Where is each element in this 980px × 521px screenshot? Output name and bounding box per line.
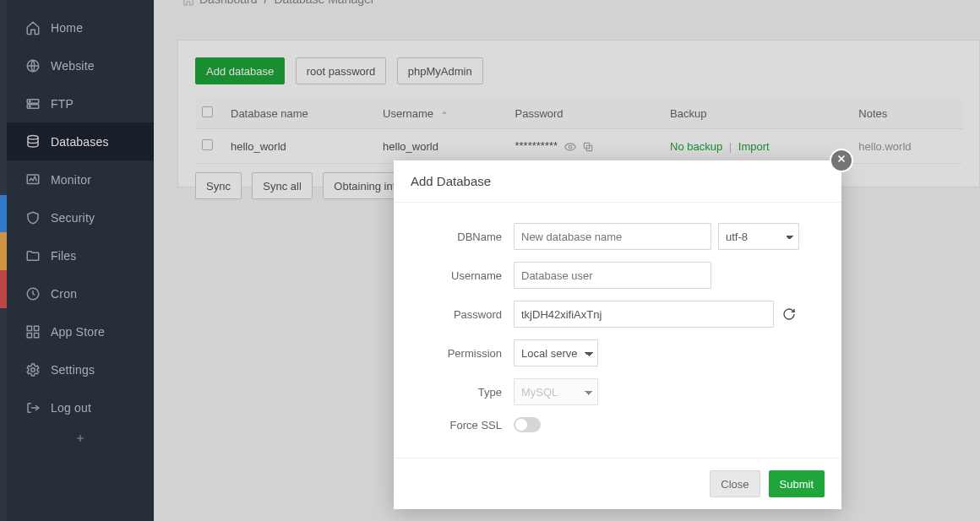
close-icon <box>836 153 847 168</box>
row-password: Password <box>424 301 811 328</box>
label-type: Type <box>424 386 502 399</box>
password-input[interactable] <box>514 301 774 328</box>
label-force-ssl: Force SSL <box>424 419 502 431</box>
force-ssl-toggle[interactable] <box>514 417 541 432</box>
label-username: Username <box>424 269 502 282</box>
modal-body: DBName utf-8 Username Password <box>394 203 841 458</box>
dbname-input[interactable] <box>514 223 711 250</box>
modal-submit-button[interactable]: Submit <box>769 470 825 497</box>
toggle-knob <box>515 419 527 431</box>
modal-footer: Close Submit <box>394 458 841 509</box>
modal-close-button-footer[interactable]: Close <box>710 470 760 497</box>
row-username: Username <box>424 262 811 289</box>
username-input[interactable] <box>514 262 711 289</box>
regenerate-password-icon[interactable] <box>782 307 796 321</box>
charset-select[interactable]: utf-8 <box>718 223 799 250</box>
add-database-modal: Add Database DBName utf-8 Username Passw… <box>394 160 841 509</box>
type-select: MySQL <box>514 378 598 405</box>
label-permission: Permission <box>424 347 502 360</box>
permission-select[interactable]: Local server <box>514 339 598 366</box>
row-dbname: DBName utf-8 <box>424 223 811 250</box>
modal-title: Add Database <box>394 160 841 203</box>
row-force-ssl: Force SSL <box>424 417 811 432</box>
modal-close-button[interactable] <box>830 149 853 172</box>
row-type: Type MySQL <box>424 378 811 405</box>
row-permission: Permission Local server <box>424 339 811 366</box>
label-password: Password <box>424 308 502 321</box>
label-dbname: DBName <box>424 231 502 243</box>
